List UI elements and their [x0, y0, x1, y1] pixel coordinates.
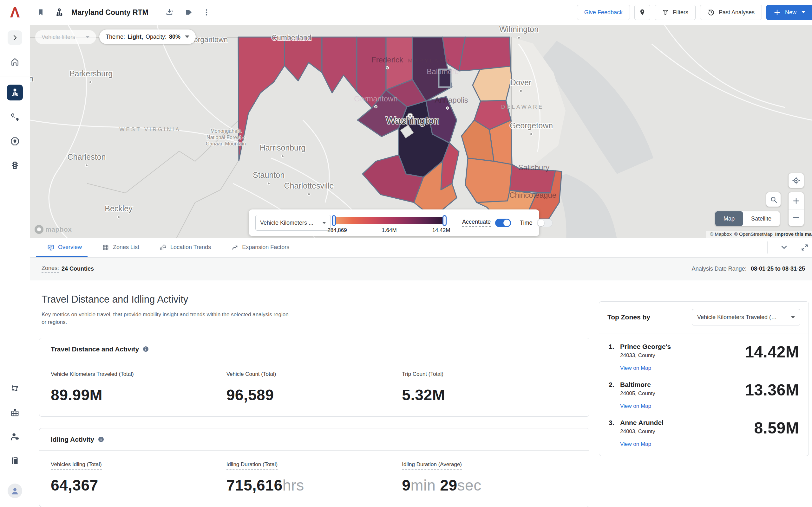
metric-vkt-label[interactable]: Vehicle Kilometers Traveled (Total) — [51, 371, 134, 379]
location-pin-button[interactable] — [635, 5, 650, 20]
tab-expansion-factors[interactable]: Expansion Factors — [225, 238, 295, 258]
zoom-in-button[interactable] — [789, 192, 804, 210]
sidebar-item-docs[interactable] — [8, 453, 22, 468]
metric-vehicles-idling: Vehicles Idling (Total) 64,367 — [51, 461, 226, 494]
view-on-map-link[interactable]: View on Map — [620, 403, 655, 409]
mapbox-logo-icon — [37, 227, 42, 232]
map-style-map[interactable]: Map — [715, 211, 743, 226]
top-zones-metric-dropdown[interactable]: Vehicle Kilometers Traveled (… — [692, 309, 800, 326]
octagon-pin-icon — [10, 136, 20, 147]
info-icon[interactable] — [98, 436, 104, 442]
view-on-map-link[interactable]: View on Map — [620, 441, 664, 447]
county-washington[interactable] — [322, 37, 357, 93]
overview-icon — [47, 244, 54, 251]
metric-idling-duration-label[interactable]: Idling Duration (Total) — [226, 461, 278, 469]
svg-text:Monongahela: Monongahela — [211, 128, 241, 134]
tab-overview[interactable]: Overview — [42, 238, 88, 258]
sidebar-item-traffic[interactable] — [8, 158, 22, 173]
zone-rank: 2. — [609, 381, 620, 409]
metric-trip-count-label[interactable]: Trip Count (Total) — [402, 371, 444, 379]
collapse-panel-button[interactable] — [780, 243, 789, 252]
sidebar-item-home[interactable] — [8, 55, 22, 69]
theme-opacity-dropdown[interactable]: Theme: Light, Opacity: 80% — [99, 30, 196, 44]
section-title: Travel Distance and Idling Activity — [42, 294, 589, 305]
view-on-map-link[interactable]: View on Map — [620, 365, 671, 372]
sidebar-expand-button[interactable] — [8, 31, 22, 45]
svg-text:Germantown: Germantown — [354, 95, 397, 103]
person-icon — [10, 486, 20, 496]
sidebar-divider-bottom — [0, 475, 30, 475]
geolocate-button[interactable] — [789, 173, 804, 188]
vehicle-filters-dropdown[interactable]: Vehicle filters — [35, 30, 96, 44]
sidebar-item-routes[interactable] — [8, 110, 22, 124]
choropleth-map: Wilmington Cumberland Morgantown Parkers… — [30, 25, 812, 237]
scale-max-handle[interactable] — [443, 215, 447, 226]
metric-vehicle-count-label[interactable]: Vehicle Count (Total) — [226, 371, 276, 379]
search-icon — [770, 196, 777, 204]
give-feedback-button[interactable]: Give Feedback — [577, 5, 630, 20]
metric-vehicles-idling-label[interactable]: Vehicles Idling (Total) — [51, 461, 102, 469]
metric-trip-count-value: 5.32M — [402, 386, 577, 404]
county-kent[interactable] — [473, 66, 512, 101]
legend-metric-dropdown[interactable]: Vehicle Kilometers ... — [255, 215, 331, 231]
zones-label: Zones: — [42, 265, 59, 273]
tag-icon[interactable] — [185, 8, 193, 16]
metric-vehicles-idling-value: 64,367 — [51, 476, 226, 494]
mapbox-attribution-link[interactable]: © Mapbox — [710, 231, 732, 237]
scale-min-handle[interactable] — [332, 215, 336, 226]
idling-duration-unit: hrs — [283, 477, 304, 494]
sidebar-item-stops[interactable] — [8, 134, 22, 149]
theme-value: Light, — [128, 34, 143, 40]
osm-attribution-link[interactable]: © OpenStreetMap — [734, 231, 773, 237]
download-button[interactable] — [165, 8, 175, 17]
sidebar-divider — [0, 76, 30, 76]
tab-location-trends[interactable]: Location Trends — [154, 238, 217, 258]
top-zones-title: Top Zones by — [607, 314, 650, 321]
info-icon[interactable] — [143, 346, 149, 352]
new-analysis-button[interactable]: New — [766, 5, 812, 20]
metrics-column: Travel Distance and Idling Activity Key … — [39, 290, 589, 507]
svg-text:Georgetown: Georgetown — [510, 121, 553, 130]
map-style-satellite[interactable]: Satellite — [743, 211, 780, 226]
top-zones-card: Top Zones by Vehicle Kilometers Traveled… — [599, 301, 809, 456]
trend-up-icon — [231, 244, 238, 251]
chevron-down-icon — [185, 36, 189, 38]
sidebar-item-map-zones[interactable] — [8, 405, 22, 420]
traffic-light-icon — [10, 160, 20, 170]
user-avatar[interactable] — [8, 484, 22, 498]
accentuate-toggle[interactable] — [495, 219, 511, 227]
top-zones-header: Top Zones by Vehicle Kilometers Traveled… — [599, 302, 809, 333]
geolocate-icon — [792, 176, 800, 185]
minus-icon — [792, 214, 800, 222]
past-analyses-label: Past Analyses — [719, 9, 755, 16]
county-allegany[interactable] — [285, 37, 322, 81]
map-canvas[interactable]: Wilmington Cumberland Morgantown Parkers… — [30, 25, 812, 237]
user-settings-icon — [10, 432, 20, 442]
sidebar-item-admin[interactable] — [8, 429, 22, 444]
metric-idling-average-label[interactable]: Idling Duration (Average) — [402, 461, 462, 469]
map-search-button[interactable] — [766, 192, 780, 207]
svg-text:Salisbury: Salisbury — [518, 163, 550, 172]
bookmark-icon[interactable] — [37, 8, 45, 16]
book-icon — [10, 456, 20, 465]
time-toggle[interactable] — [537, 219, 553, 227]
zone-code: 24005, County — [620, 390, 655, 397]
fullscreen-button[interactable] — [801, 243, 809, 251]
svg-text:Chincoteague: Chincoteague — [509, 191, 556, 199]
zoom-out-button[interactable] — [789, 210, 804, 226]
table-icon — [102, 244, 109, 251]
sidebar-item-rtm-active[interactable] — [7, 84, 23, 101]
svg-text:Cumberland: Cumberland — [271, 34, 311, 42]
more-options-icon[interactable] — [202, 8, 211, 16]
tab-zones-list[interactable]: Zones List — [96, 238, 145, 258]
sidebar-item-zones[interactable] — [8, 381, 22, 396]
travel-card-title: Travel Distance and Activity — [51, 345, 139, 353]
metric-idling-average-value: 9min 29sec — [402, 476, 577, 494]
past-analyses-button[interactable]: Past Analyses — [700, 5, 762, 20]
improve-map-link[interactable]: Improve this map — [775, 231, 812, 237]
county-cecil[interactable] — [459, 37, 510, 71]
svg-text:Wilmington: Wilmington — [499, 25, 539, 34]
mapbox-logo[interactable]: mapbox — [35, 225, 72, 234]
filters-button[interactable]: Filters — [655, 5, 696, 20]
idling-card-title: Idling Activity — [51, 436, 94, 443]
